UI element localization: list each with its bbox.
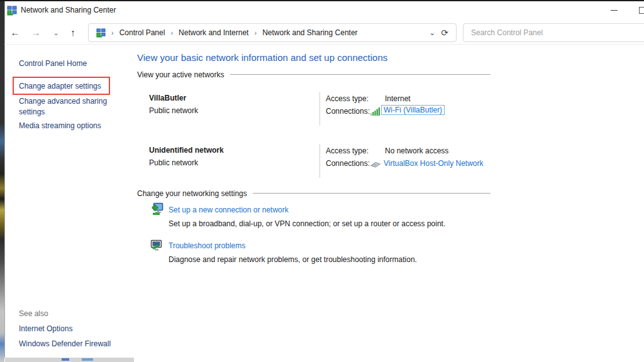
setup-new-connection-description: Set up a broadband, dial-up, or VPN conn… <box>169 219 445 228</box>
virtualbox-connection-link[interactable]: VirtualBox Host-Only Network <box>384 159 484 168</box>
network-name: Unidentified network <box>149 146 224 155</box>
breadcrumb-network-and-sharing-center[interactable]: Network and Sharing Center <box>262 28 357 37</box>
section-rule <box>230 74 491 75</box>
network-sharing-center-icon <box>7 6 17 18</box>
troubleshoot-description: Diagnose and repair network problems, or… <box>169 255 417 264</box>
sidebar-item-internet-options[interactable]: Internet Options <box>19 324 72 333</box>
active-networks-section-header: View your active networks <box>137 70 491 79</box>
background-window-edge <box>5 358 134 362</box>
wifi-connection-link[interactable]: Wi-Fi (VillaButler) <box>384 106 442 114</box>
breadcrumb-network-and-internet[interactable]: Network and Internet <box>179 28 248 37</box>
background-icon-fragment <box>82 358 93 361</box>
page-title: View your basic network information and … <box>137 52 387 63</box>
sidebar-item-windows-defender-firewall[interactable]: Windows Defender Firewall <box>19 339 111 348</box>
breadcrumb-separator: › <box>254 29 257 36</box>
network-divider <box>319 92 320 126</box>
sidebar-item-media-streaming-options[interactable]: Media streaming options <box>19 121 101 130</box>
maximize-icon <box>639 7 644 14</box>
see-also-heading: See also <box>19 309 48 318</box>
breadcrumb-separator: › <box>111 29 114 36</box>
access-type-label: Access type: <box>326 94 369 103</box>
sidebar-item-control-panel-home[interactable]: Control Panel Home <box>19 59 87 68</box>
active-networks-section-label: View your active networks <box>137 70 225 79</box>
back-button[interactable]: ← <box>7 25 23 40</box>
network-name: VillaButler <box>149 94 186 102</box>
connections-label: Connections: <box>326 107 370 116</box>
window-top-border <box>0 0 644 1</box>
setup-new-connection-link[interactable]: Set up a new connection or network <box>169 206 289 214</box>
network-divider <box>319 144 320 178</box>
new-connection-icon <box>150 202 164 218</box>
settings-section-header: Change your networking settings <box>137 189 491 198</box>
address-location-icon <box>96 28 106 38</box>
breadcrumb-control-panel[interactable]: Control Panel <box>119 28 165 37</box>
refresh-icon[interactable]: ⟳ <box>441 28 448 38</box>
settings-section-label: Change your networking settings <box>137 189 247 198</box>
connections-label: Connections: <box>326 159 370 168</box>
background-icon-fragment <box>62 358 69 361</box>
wifi-signal-icon <box>370 107 380 118</box>
troubleshoot-problems-link[interactable]: Troubleshoot problems <box>169 241 245 250</box>
wifi-connection-focus-box: Wi-Fi (VillaButler) <box>381 105 445 115</box>
up-button[interactable]: ↑ <box>65 25 81 40</box>
network-category: Public network <box>149 106 198 115</box>
navbar-divider <box>4 44 644 45</box>
section-rule <box>253 193 491 194</box>
sidebar-item-change-advanced-sharing-settings[interactable]: Change advanced sharing settings <box>19 96 114 118</box>
access-type-value: Internet <box>385 94 411 103</box>
annotation-highlight-box <box>13 77 110 95</box>
ethernet-icon <box>370 161 381 170</box>
forward-button[interactable]: → <box>28 25 44 40</box>
address-bar[interactable]: › Control Panel › Network and Internet ›… <box>88 23 457 42</box>
window-title: Network and Sharing Center <box>21 6 116 14</box>
recent-locations-dropdown[interactable]: ⌄ <box>48 25 64 40</box>
access-type-value: No network access <box>385 146 448 155</box>
troubleshoot-icon <box>150 239 164 255</box>
address-dropdown-icon[interactable]: ⌄ <box>429 28 435 37</box>
desktop-edge-strip <box>0 0 4 362</box>
network-category: Public network <box>149 158 198 167</box>
minimize-icon <box>611 10 618 11</box>
search-input[interactable] <box>463 23 644 42</box>
access-type-label: Access type: <box>326 146 369 155</box>
breadcrumb-separator: › <box>170 29 173 36</box>
